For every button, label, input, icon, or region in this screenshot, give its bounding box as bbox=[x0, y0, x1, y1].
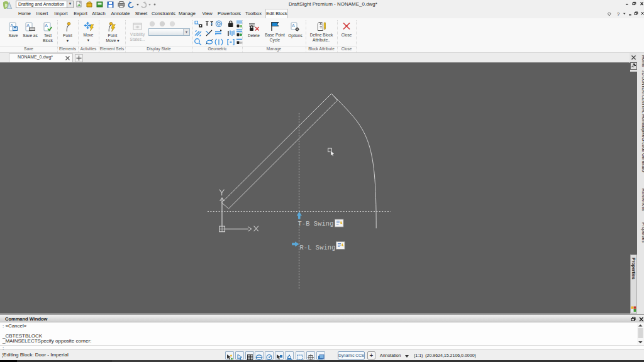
svg-text:A: A bbox=[26, 23, 30, 28]
svg-text:Properties: Properties bbox=[641, 222, 644, 243]
svg-text:G-code Generator: G-code Generator bbox=[641, 138, 644, 173]
svg-text:T-B Swing: T-B Swing bbox=[298, 220, 334, 228]
svg-text:3D CONTENTCENTRAL: 3D CONTENTCENTRAL bbox=[641, 70, 644, 114]
svg-text:R-L Swing: R-L Swing bbox=[300, 244, 336, 251]
svg-text:Home: Home bbox=[641, 55, 644, 67]
svg-text:References: References bbox=[641, 189, 644, 211]
svg-text:?: ? bbox=[617, 11, 619, 16]
svg-text:A: A bbox=[292, 23, 295, 28]
svg-text:HomeByMe: HomeByMe bbox=[641, 114, 644, 138]
svg-text:A: A bbox=[45, 23, 48, 28]
